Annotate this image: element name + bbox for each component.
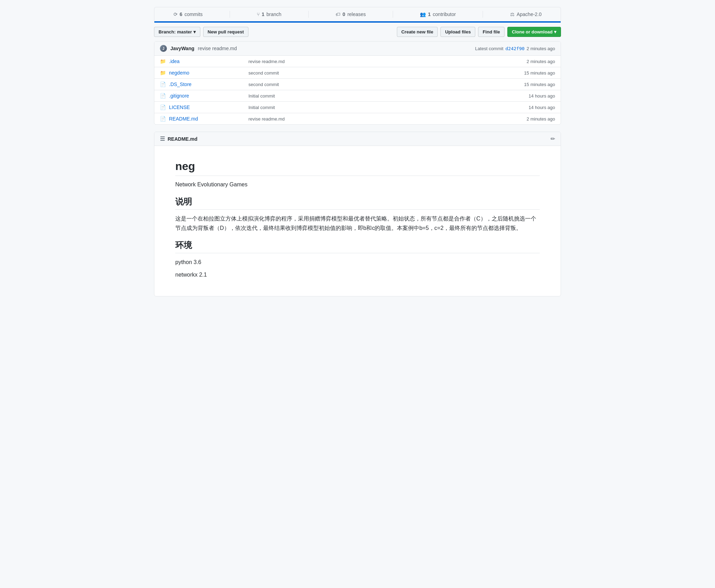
file-commit-message: second commit	[248, 82, 521, 87]
license-label: Apache-2.0	[517, 11, 542, 17]
folder-icon: 📁	[160, 70, 166, 76]
readme-section-content-0: 这是一个在柏拉图立方体上模拟演化博弈的程序，采用捐赠博弈模型和最优者替代策略。初…	[175, 214, 540, 233]
latest-commit-info: Latest commit d242f90 2 minutes ago	[475, 46, 555, 51]
branch-stat[interactable]: ⑂ 1 branch	[257, 11, 282, 17]
clone-label: Clone or download	[512, 29, 553, 34]
table-row: 📁negdemosecond commit15 minutes ago	[154, 67, 561, 79]
folder-icon: 📁	[160, 59, 166, 64]
chevron-down-icon: ▾	[554, 29, 556, 34]
commit-author[interactable]: JavyWang	[170, 46, 194, 51]
table-row: 📄README.mdrevise readme.md2 minutes ago	[154, 113, 561, 124]
license-icon: ⚖	[510, 11, 515, 17]
avatar: J	[160, 45, 167, 52]
file-table-header: J JavyWang revise readme.md Latest commi…	[154, 41, 561, 56]
file-time: 2 minutes ago	[526, 59, 555, 64]
readme-h1: neg	[175, 160, 540, 176]
readme-section: ☰ README.md ✏ neg Network Evolutionary G…	[154, 132, 561, 296]
file-commit-message: revise readme.md	[248, 59, 524, 64]
file-icon: 📄	[160, 93, 166, 99]
readme-env-item: python 3.6	[175, 257, 540, 267]
tag-icon: 🏷	[336, 11, 340, 17]
stats-bar: ⟳ 6 commits ⑂ 1 branch 🏷 0 releases 👥 1 …	[154, 7, 561, 21]
commits-label: commits	[184, 11, 202, 17]
file-name[interactable]: .idea	[169, 59, 246, 64]
contributors-icon: 👥	[420, 11, 426, 17]
file-name[interactable]: README.md	[169, 116, 246, 122]
branch-count: 1	[262, 11, 264, 17]
file-name[interactable]: negdemo	[169, 70, 246, 76]
readme-title: ☰ README.md	[160, 136, 198, 142]
file-time: 2 minutes ago	[526, 116, 555, 122]
upload-files-button[interactable]: Upload files	[440, 27, 475, 37]
readme-subtitle: Network Evolutionary Games	[175, 181, 540, 188]
file-time: 14 hours ago	[529, 93, 555, 99]
file-icon: 📄	[160, 116, 166, 122]
commits-icon: ⟳	[174, 11, 178, 17]
file-name[interactable]: .DS_Store	[169, 82, 246, 87]
file-time: 15 minutes ago	[524, 82, 555, 87]
readme-section-heading-0: 说明	[175, 196, 540, 210]
toolbar-left: Branch: master ▾ New pull request	[154, 27, 248, 37]
releases-stat[interactable]: 🏷 0 releases	[336, 11, 366, 17]
license-stat[interactable]: ⚖ Apache-2.0	[510, 11, 542, 17]
file-table: J JavyWang revise readme.md Latest commi…	[154, 41, 561, 125]
readme-section-heading-1: 环境	[175, 240, 540, 253]
table-row: 📄.gitignoreInitial commit14 hours ago	[154, 90, 561, 102]
readme-env-list: python 3.6networkx 2.1	[175, 257, 540, 279]
table-row: 📁.idearevise readme.md2 minutes ago	[154, 56, 561, 67]
divider-4	[483, 11, 483, 18]
edit-icon[interactable]: ✏	[551, 136, 555, 142]
releases-label: releases	[347, 11, 366, 17]
divider-1	[230, 11, 230, 18]
find-file-button[interactable]: Find file	[478, 27, 505, 37]
table-row: 📄LICENSEInitial commit14 hours ago	[154, 102, 561, 113]
file-commit-message: Initial commit	[248, 93, 526, 99]
file-commit-message: second commit	[248, 70, 521, 76]
branch-selector[interactable]: Branch: master ▾	[154, 27, 200, 37]
releases-count: 0	[343, 11, 345, 17]
table-row: 📄.DS_Storesecond commit15 minutes ago	[154, 79, 561, 90]
clone-or-download-button[interactable]: Clone or download ▾	[507, 27, 561, 37]
readme-env-item: networkx 2.1	[175, 270, 540, 279]
file-time: 14 hours ago	[529, 105, 555, 110]
readme-body: neg Network Evolutionary Games 说明 这是一个在柏…	[154, 146, 561, 296]
divider-2	[308, 11, 309, 18]
contributors-count: 1	[428, 11, 431, 17]
readme-header: ☰ README.md ✏	[154, 132, 561, 146]
file-rows-container: 📁.idearevise readme.md2 minutes ago📁negd…	[154, 56, 561, 124]
readme-icon: ☰	[160, 136, 165, 142]
branch-name: master	[177, 29, 192, 34]
create-new-file-button[interactable]: Create new file	[397, 27, 438, 37]
file-time: 15 minutes ago	[524, 70, 555, 76]
branch-label: branch	[267, 11, 282, 17]
file-name[interactable]: .gitignore	[169, 93, 246, 99]
file-commit-message: Initial commit	[248, 105, 526, 110]
file-icon: 📄	[160, 105, 166, 110]
toolbar-right: Create new file Upload files Find file C…	[397, 27, 561, 37]
readme-filename: README.md	[168, 136, 198, 142]
commit-time: 2 minutes ago	[526, 46, 555, 51]
branch-prefix: Branch:	[159, 29, 176, 34]
chevron-down-icon: ▾	[193, 29, 196, 34]
file-icon: 📄	[160, 82, 166, 87]
contributors-label: contributor	[433, 11, 456, 17]
commit-hash[interactable]: d242f90	[506, 46, 525, 51]
branch-icon: ⑂	[257, 11, 260, 17]
file-commit-message: revise readme.md	[248, 116, 524, 122]
divider-3	[393, 11, 393, 18]
new-pull-request-button[interactable]: New pull request	[203, 27, 248, 37]
commits-count: 6	[180, 11, 183, 17]
contributors-stat[interactable]: 👥 1 contributor	[420, 11, 456, 17]
commit-message: revise readme.md	[198, 46, 237, 51]
file-name[interactable]: LICENSE	[169, 105, 246, 110]
commits-stat[interactable]: ⟳ 6 commits	[174, 11, 203, 17]
latest-commit-prefix: Latest commit	[475, 46, 503, 51]
toolbar: Branch: master ▾ New pull request Create…	[154, 23, 561, 41]
